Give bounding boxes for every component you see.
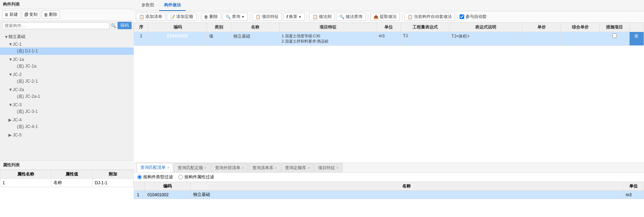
tree-row-JC-2a[interactable]: ▼ JC-2a [0, 87, 134, 93]
delete-row-icon: 🗑 [204, 14, 208, 19]
tree-label-JC-4-1: (底) JC-4-1 [17, 124, 38, 130]
sep-1 [198, 14, 199, 20]
tree-row-独立基础[interactable]: ▼ 独立基础 [0, 33, 134, 40]
table-row[interactable]: 1 010401002 独立基础 m3 [134, 191, 644, 199]
calc-button[interactable]: f 换算 ▼ [283, 13, 305, 21]
add-quota-button[interactable]: 📝 添加定额 [167, 13, 196, 21]
tree-row-JC-2a-1[interactable]: (底) JC-2a-1 [0, 93, 134, 100]
right-panel: 参数图 构件做法 📋 添加清单 📝 添加定额 🗑 删除 🔍 查询 ▼ [134, 0, 644, 217]
tree-row-JC-1a[interactable]: ▼ JC-1a [0, 56, 134, 63]
sep-6 [457, 14, 457, 20]
expand-icon-JC-2a[interactable]: ▼ [8, 87, 13, 92]
add-list-icon: 📋 [139, 14, 144, 19]
th-name: 名称 [231, 23, 279, 32]
filter-by-attr[interactable]: 按构件属性过滤 [178, 174, 214, 180]
tree-node-JC-5: ▶ JC-5 [0, 131, 134, 139]
sep-2 [250, 14, 250, 20]
expand-icon-JC-4[interactable]: ▶ [8, 117, 13, 122]
search-input[interactable] [2, 22, 109, 29]
bottom-tab-external-list[interactable]: 查询外部清单 × [211, 163, 248, 172]
th-unit: 单位 [377, 23, 401, 32]
query-dropdown-icon: ▼ [241, 15, 245, 19]
tree-row-JC-2[interactable]: ▼ JC-2 [0, 71, 134, 78]
new-button[interactable]: 🗎 新建 [2, 11, 20, 19]
delete-button[interactable]: 🗑 删除 [42, 11, 60, 19]
bth-code: 编码 [145, 182, 190, 191]
copy-button[interactable]: 🗐 复制 [22, 11, 40, 19]
tree-row-DJ-1-1[interactable]: (底) DJ-1-1 [0, 47, 134, 55]
tree-row-JC-3-1[interactable]: (底) JC-3-1 [0, 108, 134, 115]
expand-icon-独立基础[interactable]: ▼ [4, 34, 8, 39]
tree-label-JC-4: JC-4 [13, 117, 21, 122]
method-rule-button[interactable]: 📋 做法则 [309, 13, 335, 21]
filter-by-type[interactable]: 按构件类型过滤 [137, 174, 173, 180]
tree-row-JC-5[interactable]: ▶ JC-5 [0, 132, 134, 138]
item-feature-button[interactable]: 📋 项目特征 [252, 13, 282, 21]
join-auto-label[interactable]: 参与自动套 [460, 14, 487, 20]
close-tab-1[interactable]: × [204, 166, 207, 170]
add-list-button[interactable]: 📋 添加清单 [136, 13, 165, 21]
sep-5 [402, 14, 402, 20]
component-toolbar: 🗎 新建 🗐 复制 🗑 删除 [0, 9, 134, 20]
tab-method[interactable]: 构件做法 [159, 0, 186, 11]
tree-row-JC-4-1[interactable]: (底) JC-4-1 [0, 123, 134, 130]
bottom-table: 编码 名称 单位 1 010401002 独立基础 m3 [134, 182, 644, 199]
tree-label-JC-5: JC-5 [13, 133, 21, 138]
close-tab-0[interactable]: × [167, 166, 169, 170]
bottom-tab-match-quota[interactable]: 查询匹配定额 × [174, 163, 210, 172]
th-extra [629, 23, 644, 32]
auto-suit-button[interactable]: 📋 当前构件自动套做法 [404, 13, 455, 21]
brow-name: 独立基础 [190, 191, 623, 199]
table-row: 1 名称 DJ-1-1 [0, 179, 134, 187]
tree-row-JC-1a-leaf[interactable]: (底) JC-1a [0, 63, 134, 70]
cell-code[interactable]: 010401002 [149, 32, 207, 46]
close-tab-2[interactable]: × [242, 166, 244, 170]
bottom-table-header: 编码 名称 单位 [134, 182, 644, 191]
bottom-tab-match-list[interactable]: 查询匹配清单 × [137, 163, 173, 172]
cell-type: 项 [207, 32, 231, 46]
cell-expr[interactable]: TJ [401, 32, 449, 46]
tab-params[interactable]: 参数图 [137, 0, 159, 11]
radio-attr[interactable] [178, 175, 183, 179]
filter-row: 按构件类型过滤 按构件属性过滤 [134, 173, 644, 182]
bottom-tab-bar: 查询匹配清单 × 查询匹配定额 × 查询外部清单 × 查询清单库 × 查询定额库 [134, 163, 644, 173]
cell-feature: 1.混凝土强度等级:C30 2.混凝土拌和料要求:商品砼 [279, 32, 377, 46]
bottom-tab-item-feature[interactable]: 项目特征 × [314, 163, 342, 172]
tree-row-JC-4[interactable]: ▶ JC-4 [0, 117, 134, 123]
bottom-table-area: 编码 名称 单位 1 010401002 独立基础 m3 [134, 182, 644, 217]
search-row: 🔍 筛码 [0, 20, 134, 31]
table-row[interactable]: 1 010401002 项 独立基础 1.混凝土强度等级:C30 2.混凝土拌和… [134, 32, 644, 46]
expand-icon-JC-1a[interactable]: ▼ [8, 57, 13, 62]
expand-icon-JC-2[interactable]: ▼ [8, 72, 13, 77]
delete-row-button[interactable]: 🗑 删除 [201, 13, 221, 21]
tree-row-JC-1[interactable]: ▼ JC-1 [0, 41, 134, 47]
expand-icon-JC-1[interactable]: ▼ [8, 42, 13, 47]
bottom-tab-query-list[interactable]: 查询清单库 × [248, 163, 281, 172]
cell-price [522, 32, 561, 46]
query-button[interactable]: 🔍 查询 ▼ [222, 13, 248, 21]
cell-seq: 1 [134, 32, 149, 46]
property-table: 属性名称 属性值 附加 1 名称 DJ-1-1 [0, 170, 134, 217]
measure-checkbox[interactable] [612, 33, 617, 38]
th-price: 单价 [522, 23, 561, 32]
expand-icon-JC-3[interactable]: ▼ [8, 102, 13, 107]
radio-type[interactable] [137, 175, 142, 179]
tree-row-JC-3[interactable]: ▼ JC-3 [0, 102, 134, 108]
expand-icon-JC-5[interactable]: ▶ [8, 133, 13, 138]
close-tab-4[interactable]: × [308, 166, 310, 170]
close-tab-5[interactable]: × [336, 166, 339, 170]
bottom-tab-query-quota[interactable]: 查询定额库 × [281, 163, 314, 172]
auto-suit-icon: 📋 [408, 14, 413, 19]
search-icon: 🔍 [111, 23, 116, 28]
tree-label-JC-1: JC-1 [13, 42, 21, 47]
sep-4 [368, 14, 368, 20]
tree-row-JC-2-1[interactable]: (底) JC-2-1 [0, 78, 134, 85]
extract-method-button[interactable]: 📤 提取做法 [370, 13, 400, 21]
close-tab-3[interactable]: × [275, 166, 277, 170]
bth-seq [134, 182, 145, 191]
component-list-title: 构件列表 [0, 0, 134, 9]
top-tab-bar: 参数图 构件做法 [134, 0, 644, 11]
join-auto-checkbox[interactable] [460, 14, 464, 19]
tree-node-JC-1a: ▼ JC-1a (底) JC-1a [0, 56, 134, 71]
method-query-button[interactable]: 🔍 做法查询 [336, 13, 366, 21]
